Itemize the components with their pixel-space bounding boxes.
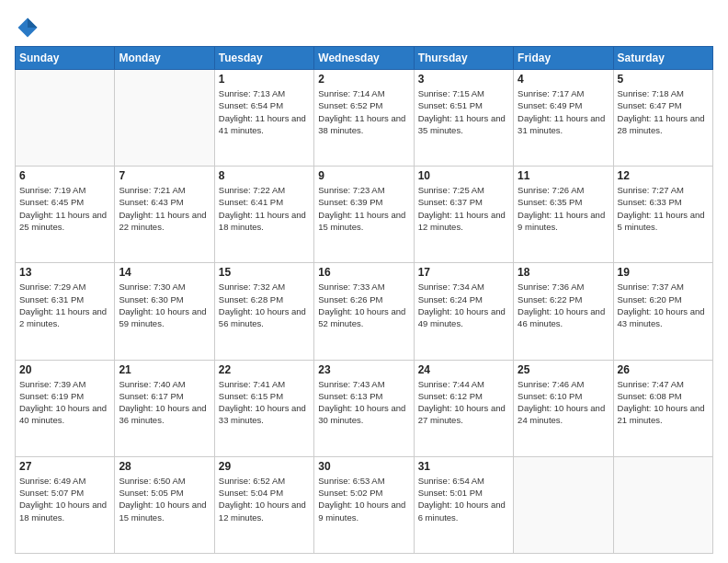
cell-info: Sunrise: 7:29 AM Sunset: 6:31 PM Dayligh…: [19, 281, 110, 329]
calendar-cell: 9Sunrise: 7:23 AM Sunset: 6:39 PM Daylig…: [314, 167, 414, 263]
cell-info: Sunrise: 7:26 AM Sunset: 6:35 PM Dayligh…: [518, 184, 609, 233]
day-number: 11: [518, 169, 609, 182]
day-number: 27: [19, 460, 110, 473]
calendar-cell: 18Sunrise: 7:36 AM Sunset: 6:22 PM Dayli…: [514, 263, 613, 360]
calendar-cell: [514, 456, 613, 553]
cell-info: Sunrise: 7:40 AM Sunset: 6:17 PM Dayligh…: [119, 378, 210, 427]
week-row-4: 20Sunrise: 7:39 AM Sunset: 6:19 PM Dayli…: [16, 360, 713, 456]
calendar-cell: 23Sunrise: 7:43 AM Sunset: 6:13 PM Dayli…: [314, 360, 414, 456]
day-number: 29: [219, 460, 310, 473]
cell-info: Sunrise: 7:46 AM Sunset: 6:10 PM Dayligh…: [518, 378, 609, 427]
weekday-header-row: SundayMondayTuesdayWednesdayThursdayFrid…: [16, 47, 713, 70]
day-number: 21: [119, 363, 210, 376]
cell-info: Sunrise: 6:52 AM Sunset: 5:04 PM Dayligh…: [219, 475, 310, 523]
calendar-cell: 7Sunrise: 7:21 AM Sunset: 6:43 PM Daylig…: [115, 167, 214, 263]
cell-info: Sunrise: 7:18 AM Sunset: 6:47 PM Dayligh…: [618, 87, 709, 136]
day-number: 6: [19, 169, 110, 182]
header: [15, 11, 713, 40]
cell-info: Sunrise: 6:54 AM Sunset: 5:01 PM Dayligh…: [418, 475, 509, 523]
page: SundayMondayTuesdayWednesdayThursdayFrid…: [0, 0, 728, 563]
calendar-cell: 10Sunrise: 7:25 AM Sunset: 6:37 PM Dayli…: [414, 167, 513, 263]
day-number: 13: [19, 266, 110, 279]
day-number: 31: [418, 460, 509, 473]
day-number: 19: [618, 266, 709, 279]
calendar-cell: 14Sunrise: 7:30 AM Sunset: 6:30 PM Dayli…: [115, 263, 214, 360]
calendar-cell: 31Sunrise: 6:54 AM Sunset: 5:01 PM Dayli…: [414, 456, 513, 553]
cell-info: Sunrise: 6:50 AM Sunset: 5:05 PM Dayligh…: [119, 475, 210, 523]
day-number: 26: [618, 363, 709, 376]
cell-info: Sunrise: 7:19 AM Sunset: 6:45 PM Dayligh…: [19, 184, 110, 233]
day-number: 28: [119, 460, 210, 473]
calendar-cell: 30Sunrise: 6:53 AM Sunset: 5:02 PM Dayli…: [314, 456, 414, 553]
calendar-cell: 3Sunrise: 7:15 AM Sunset: 6:51 PM Daylig…: [414, 70, 513, 167]
week-row-5: 27Sunrise: 6:49 AM Sunset: 5:07 PM Dayli…: [16, 456, 713, 553]
calendar-cell: 17Sunrise: 7:34 AM Sunset: 6:24 PM Dayli…: [414, 263, 513, 360]
cell-info: Sunrise: 7:13 AM Sunset: 6:54 PM Dayligh…: [219, 87, 310, 136]
calendar-cell: 2Sunrise: 7:14 AM Sunset: 6:52 PM Daylig…: [314, 70, 414, 167]
cell-info: Sunrise: 7:17 AM Sunset: 6:49 PM Dayligh…: [518, 87, 609, 136]
day-number: 22: [219, 363, 310, 376]
cell-info: Sunrise: 7:36 AM Sunset: 6:22 PM Dayligh…: [518, 281, 609, 329]
day-number: 10: [418, 169, 509, 182]
cell-info: Sunrise: 7:33 AM Sunset: 6:26 PM Dayligh…: [318, 281, 409, 329]
cell-info: Sunrise: 7:25 AM Sunset: 6:37 PM Dayligh…: [418, 184, 509, 233]
day-number: 7: [119, 169, 210, 182]
cell-info: Sunrise: 7:15 AM Sunset: 6:51 PM Dayligh…: [418, 87, 509, 136]
calendar-cell: 24Sunrise: 7:44 AM Sunset: 6:12 PM Dayli…: [414, 360, 513, 456]
weekday-header-sunday: Sunday: [16, 47, 115, 70]
cell-info: Sunrise: 7:43 AM Sunset: 6:13 PM Dayligh…: [318, 378, 409, 427]
day-number: 14: [119, 266, 210, 279]
day-number: 30: [318, 460, 409, 473]
svg-marker-1: [28, 18, 38, 29]
calendar-table: SundayMondayTuesdayWednesdayThursdayFrid…: [15, 46, 713, 554]
day-number: 8: [219, 169, 310, 182]
day-number: 20: [19, 363, 110, 376]
cell-info: Sunrise: 7:39 AM Sunset: 6:19 PM Dayligh…: [19, 378, 110, 427]
calendar-cell: 13Sunrise: 7:29 AM Sunset: 6:31 PM Dayli…: [16, 263, 115, 360]
calendar-cell: 15Sunrise: 7:32 AM Sunset: 6:28 PM Dayli…: [214, 263, 313, 360]
calendar-cell: 21Sunrise: 7:40 AM Sunset: 6:17 PM Dayli…: [115, 360, 214, 456]
day-number: 15: [219, 266, 310, 279]
calendar-cell: 11Sunrise: 7:26 AM Sunset: 6:35 PM Dayli…: [514, 167, 613, 263]
cell-info: Sunrise: 7:47 AM Sunset: 6:08 PM Dayligh…: [618, 378, 709, 427]
calendar-cell: [115, 70, 214, 167]
day-number: 18: [518, 266, 609, 279]
day-number: 3: [418, 73, 509, 86]
day-number: 16: [318, 266, 409, 279]
calendar-cell: 22Sunrise: 7:41 AM Sunset: 6:15 PM Dayli…: [214, 360, 313, 456]
calendar-cell: 28Sunrise: 6:50 AM Sunset: 5:05 PM Dayli…: [115, 456, 214, 553]
cell-info: Sunrise: 6:53 AM Sunset: 5:02 PM Dayligh…: [318, 475, 409, 523]
day-number: 17: [418, 266, 509, 279]
cell-info: Sunrise: 7:22 AM Sunset: 6:41 PM Dayligh…: [219, 184, 310, 233]
cell-info: Sunrise: 7:23 AM Sunset: 6:39 PM Dayligh…: [318, 184, 409, 233]
day-number: 4: [518, 73, 609, 86]
cell-info: Sunrise: 7:37 AM Sunset: 6:20 PM Dayligh…: [618, 281, 709, 329]
day-number: 5: [618, 73, 709, 86]
calendar-cell: 25Sunrise: 7:46 AM Sunset: 6:10 PM Dayli…: [514, 360, 613, 456]
calendar-cell: 5Sunrise: 7:18 AM Sunset: 6:47 PM Daylig…: [613, 70, 712, 167]
day-number: 9: [318, 169, 409, 182]
cell-info: Sunrise: 7:32 AM Sunset: 6:28 PM Dayligh…: [219, 281, 310, 329]
weekday-header-saturday: Saturday: [613, 47, 712, 70]
logo: [15, 15, 44, 40]
week-row-3: 13Sunrise: 7:29 AM Sunset: 6:31 PM Dayli…: [16, 263, 713, 360]
cell-info: Sunrise: 7:27 AM Sunset: 6:33 PM Dayligh…: [618, 184, 709, 233]
calendar-cell: 20Sunrise: 7:39 AM Sunset: 6:19 PM Dayli…: [16, 360, 115, 456]
cell-info: Sunrise: 7:21 AM Sunset: 6:43 PM Dayligh…: [119, 184, 210, 233]
calendar-cell: 27Sunrise: 6:49 AM Sunset: 5:07 PM Dayli…: [16, 456, 115, 553]
weekday-header-friday: Friday: [514, 47, 613, 70]
cell-info: Sunrise: 7:34 AM Sunset: 6:24 PM Dayligh…: [418, 281, 509, 329]
weekday-header-monday: Monday: [115, 47, 214, 70]
week-row-2: 6Sunrise: 7:19 AM Sunset: 6:45 PM Daylig…: [16, 167, 713, 263]
day-number: 12: [618, 169, 709, 182]
calendar-cell: 19Sunrise: 7:37 AM Sunset: 6:20 PM Dayli…: [613, 263, 712, 360]
day-number: 24: [418, 363, 509, 376]
calendar-cell: 6Sunrise: 7:19 AM Sunset: 6:45 PM Daylig…: [16, 167, 115, 263]
calendar-cell: 26Sunrise: 7:47 AM Sunset: 6:08 PM Dayli…: [613, 360, 712, 456]
cell-info: Sunrise: 7:14 AM Sunset: 6:52 PM Dayligh…: [318, 87, 409, 136]
logo-icon: [15, 15, 40, 40]
day-number: 2: [318, 73, 409, 86]
calendar-cell: 1Sunrise: 7:13 AM Sunset: 6:54 PM Daylig…: [214, 70, 313, 167]
weekday-header-wednesday: Wednesday: [314, 47, 414, 70]
day-number: 23: [318, 363, 409, 376]
